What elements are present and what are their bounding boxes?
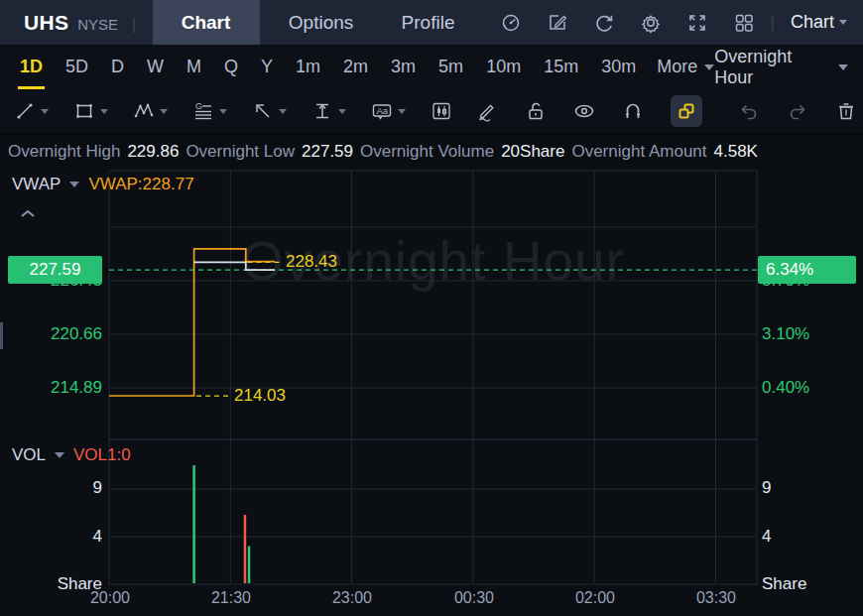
timeframe-month[interactable]: M — [185, 45, 203, 89]
arrow-tool[interactable] — [252, 100, 287, 122]
timeframe-1d[interactable]: 1D — [18, 45, 45, 89]
shape-tool[interactable] — [73, 100, 108, 122]
timeframe-1m[interactable]: 1m — [294, 45, 322, 89]
timeframe-5m[interactable]: 5m — [436, 45, 465, 89]
chart-region: Overnight Hour VWAP VWAP:228.77 226.43 2… — [0, 167, 863, 616]
timeframe-5d[interactable]: 5D — [63, 45, 90, 89]
volume-axis-tick: 9 — [762, 478, 857, 498]
info-label: Overnight Volume — [360, 142, 494, 162]
time-axis-tick: 02:00 — [563, 589, 627, 607]
chevron-down-icon — [839, 20, 847, 25]
svg-text:G: G — [195, 101, 202, 111]
gauge-icon[interactable] — [500, 12, 522, 34]
tab-chart[interactable]: Chart — [153, 0, 260, 45]
chevron-down-icon — [100, 109, 108, 114]
session-select[interactable]: Overnight Hour — [714, 47, 848, 88]
freehand-draw-icon — [476, 100, 498, 122]
session-label: Overnight Hour — [714, 47, 830, 88]
current-price-badge: 227.59 — [8, 256, 102, 284]
header-divider-2: | — [771, 13, 775, 33]
chevron-down-icon — [219, 109, 227, 114]
timeframe-more-dropdown[interactable]: More — [657, 57, 714, 77]
time-axis-tick: 20:00 — [78, 589, 142, 607]
text-tool-icon: Aa — [371, 100, 393, 122]
chevron-down-icon — [338, 109, 346, 114]
settings-icon[interactable] — [640, 12, 662, 34]
redo-icon — [787, 100, 808, 122]
open-price-label: 214.03 — [234, 386, 286, 406]
price-axis-tick: 220.66 — [0, 324, 102, 344]
wave-tool[interactable] — [133, 100, 168, 122]
percent-axis-tick: 0.40% — [762, 378, 857, 398]
time-axis-tick: 21:30 — [199, 589, 263, 607]
high-price-label: 228.43 — [286, 252, 337, 272]
annotate-icon[interactable] — [547, 12, 568, 34]
pattern-tool[interactable] — [431, 100, 452, 122]
time-axis-tick: 00:30 — [442, 589, 506, 607]
trendline-tool[interactable] — [14, 100, 49, 122]
visibility-button[interactable] — [573, 100, 595, 122]
freehand-draw-button[interactable] — [476, 100, 498, 122]
chart-canvas[interactable] — [0, 167, 863, 616]
timeframe-day[interactable]: D — [109, 45, 126, 89]
more-label: More — [657, 57, 697, 77]
undo-button[interactable] — [738, 100, 760, 122]
vol-indicator-value: VOL1:0 — [73, 445, 131, 465]
info-label: Overnight High — [8, 142, 120, 162]
undo-icon — [738, 100, 760, 122]
timeframe-10m[interactable]: 10m — [484, 45, 523, 89]
overnight-high-value: 229.86 — [127, 142, 179, 162]
gann-tool-icon: G — [192, 100, 214, 122]
measure-tool[interactable] — [311, 100, 346, 122]
link-charts-button[interactable] — [671, 95, 702, 127]
timeframe-3m[interactable]: 3m — [389, 45, 418, 89]
chevron-down-icon — [704, 64, 714, 70]
price-axis-tick: 214.89 — [0, 378, 102, 398]
svg-text:Aa: Aa — [377, 105, 389, 116]
left-scrollbar-thumb[interactable] — [0, 322, 3, 349]
magnet-button[interactable] — [622, 100, 644, 122]
chevron-down-icon — [398, 109, 406, 114]
timeframe-bar: 1D 5D D W M Q Y 1m 2m 3m 5m 10m 15m 30m … — [0, 45, 863, 89]
vwap-indicator-row: VWAP VWAP:228.77 — [12, 175, 194, 194]
volume-axis-unit: Share — [762, 574, 857, 594]
vol-indicator-name: VOL — [12, 445, 46, 465]
refresh-icon[interactable] — [593, 12, 615, 34]
trendline-tool-icon — [14, 100, 36, 122]
arrow-tool-icon — [252, 100, 274, 122]
tab-profile[interactable]: Profile — [383, 0, 474, 45]
info-label: Overnight Low — [185, 142, 295, 162]
chevron-down-icon — [279, 109, 287, 114]
visibility-icon — [573, 100, 595, 122]
timeframe-quarter[interactable]: Q — [222, 45, 240, 89]
overnight-amount-value: 4.58K — [714, 142, 758, 162]
widgets-icon[interactable] — [733, 12, 755, 34]
chevron-down-icon[interactable] — [69, 182, 79, 187]
timeframe-15m[interactable]: 15m — [542, 45, 580, 89]
time-axis-tick: 03:30 — [684, 589, 748, 607]
timeframe-week[interactable]: W — [145, 45, 166, 89]
chevron-down-icon[interactable] — [55, 452, 64, 458]
shape-tool-icon — [73, 100, 95, 122]
delete-button[interactable] — [835, 100, 857, 122]
tab-options[interactable]: Options — [276, 0, 367, 45]
collapse-panel-chevron[interactable] — [20, 204, 36, 222]
timeframe-year[interactable]: Y — [259, 45, 275, 89]
current-change-badge: 6.34% — [758, 256, 856, 284]
drawing-toolbar: G Aa — [0, 89, 863, 136]
fullscreen-icon[interactable] — [686, 12, 708, 34]
overnight-volume-value: 20Share — [501, 142, 564, 162]
timeframe-2m[interactable]: 2m — [341, 45, 370, 89]
header-divider: | — [132, 15, 136, 35]
gann-tool[interactable]: G — [192, 100, 227, 122]
chart-type-select[interactable]: Chart — [791, 12, 847, 33]
delete-icon — [835, 100, 857, 122]
redo-button[interactable] — [787, 100, 808, 122]
lock-button[interactable] — [525, 100, 547, 122]
chart-type-label: Chart — [791, 12, 834, 33]
symbol-header: UHS NYSE | — [24, 11, 137, 35]
volume-axis-tick: 4 — [762, 527, 857, 547]
text-tool[interactable]: Aa — [371, 100, 406, 122]
timeframe-30m[interactable]: 30m — [599, 45, 638, 89]
time-axis-tick: 23:00 — [320, 589, 384, 607]
